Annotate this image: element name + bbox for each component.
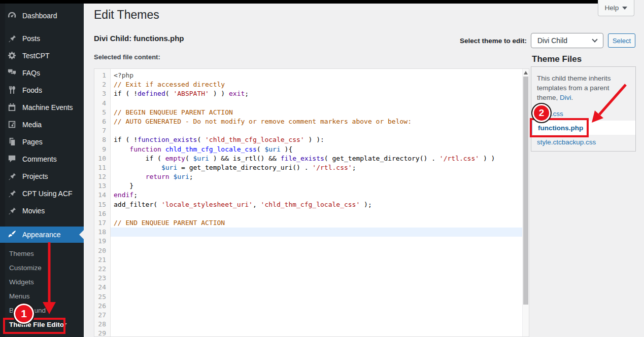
sidebar-item-movies[interactable]: Movies [0,202,84,219]
help-button[interactable]: Help [598,0,634,16]
line-number: 23 [94,274,111,283]
submenu-item-widgets[interactable]: Widgets [0,275,84,289]
line-number: 18 [94,228,111,237]
code-line-4[interactable]: 4 [94,99,522,108]
code-line-22[interactable]: 22 [94,265,522,274]
sidebar-item-label: Projects [22,172,48,180]
line-number: 22 [94,265,111,274]
code-line-24[interactable]: 24 [94,283,522,292]
step-1-badge: 1 [13,303,35,325]
sidebar-item-label: Pages [22,138,43,146]
scrollbar-up-arrow-icon[interactable] [524,71,528,74]
code-line-8[interactable]: 8if ( !function_exists( 'chld_thm_cfg_lo… [94,135,522,144]
code-line-18[interactable]: 18 [94,228,522,237]
code-line-21[interactable]: 21 [94,255,522,265]
code-line-6[interactable]: 6// AUTO GENERATED - Do not modify or re… [94,117,522,126]
sidebar-item-cpt-using-acf[interactable]: CPT Using ACF [0,185,84,202]
pin-icon [7,33,17,44]
code-line-7[interactable]: 7 [94,126,522,135]
scrollbar-thumb[interactable] [523,77,528,305]
current-item-arrow-icon [79,230,84,239]
dashboard-icon [7,11,17,21]
sidebar-item-media[interactable]: Media [0,116,84,133]
select-theme-label: Select theme to edit: [436,37,527,45]
sidebar-item-comments[interactable]: Comments [0,151,84,168]
line-number: 13 [94,181,111,191]
sidebar-item-dashboard[interactable]: Dashboard [0,7,84,24]
line-content: add_filter( 'locale_stylesheet_uri', 'ch… [111,200,522,209]
code-line-27[interactable]: 27 [94,311,522,320]
code-line-23[interactable]: 23 [94,274,522,283]
code-line-3[interactable]: 3if ( !defined( 'ABSPATH' ) ) exit; [94,89,522,98]
calendar-icon [7,102,17,113]
line-number: 29 [94,329,111,337]
code-line-25[interactable]: 25 [94,292,522,302]
sidebar-item-projects[interactable]: Projects [0,168,84,185]
sidebar-item-appearance[interactable]: Appearance [0,227,84,243]
pin-icon [7,171,17,181]
code-line-20[interactable]: 20 [94,246,522,255]
line-content [111,246,522,255]
code-line-13[interactable]: 13 } [94,181,522,191]
line-number: 21 [94,255,111,265]
submenu-item-themes[interactable]: Themes [0,247,84,261]
code-line-14[interactable]: 14endif; [94,191,522,200]
sidebar-item-label: Movies [22,207,45,215]
code-line-10[interactable]: 10 if ( empty( $uri ) && is_rtl() && fil… [94,154,522,163]
theme-select-dropdown[interactable]: Divi Child [531,33,603,48]
line-content: if ( !function_exists( 'chld_thm_cfg_loc… [111,135,522,144]
sidebar-item-posts[interactable]: Posts [0,30,84,47]
line-content: if ( !defined( 'ABSPATH' ) ) exit; [111,89,522,98]
sidebar-item-label: Appearance [22,231,61,239]
code-line-11[interactable]: 11 $uri = get_template_directory_uri() .… [94,163,522,172]
select-theme-button[interactable]: Select [608,33,635,48]
sidebar-item-pages[interactable]: Pages [0,133,84,151]
utensils-icon [7,85,17,95]
theme-file-link[interactable]: style.ctcbackup.css [537,138,596,146]
code-line-2[interactable]: 2// Exit if accessed directly [94,80,522,89]
line-number: 5 [94,108,111,117]
code-line-17[interactable]: 17// END ENQUEUE PARENT ACTION [94,218,522,228]
sidebar-item-label: TestCPT [22,52,50,60]
sidebar-item-machine-events[interactable]: Machine Events [0,99,84,116]
code-line-5[interactable]: 5// BEGIN ENQUEUE PARENT ACTION [94,108,522,117]
line-number: 24 [94,283,111,292]
code-line-12[interactable]: 12 return $uri; [94,172,522,181]
chat-bubbles-icon [7,68,17,78]
line-number: 6 [94,117,111,126]
line-number: 17 [94,218,111,228]
line-number: 11 [94,163,111,172]
code-line-29[interactable]: 29 [94,329,522,337]
editor-scrollbar[interactable] [522,69,529,336]
code-line-28[interactable]: 28 [94,320,522,329]
line-content [111,255,522,265]
line-content [111,228,522,237]
parent-theme-link[interactable]: Divi [560,94,571,101]
selected-file-content-label: Selected file content: [94,53,160,61]
submenu-item-menus[interactable]: Menus [0,289,84,304]
line-content: // Exit if accessed directly [111,80,522,89]
line-content [111,292,522,302]
select-chevron-icon [592,36,597,42]
submenu-item-customize[interactable]: Customize [0,261,84,275]
line-number: 15 [94,200,111,209]
theme-files-heading: Theme Files [532,54,582,64]
line-content [111,274,522,283]
step-2-number: 2 [539,107,545,119]
code-line-15[interactable]: 15add_filter( 'locale_stylesheet_uri', '… [94,200,522,209]
sidebar-item-foods[interactable]: Foods [0,82,84,99]
sidebar-item-testcpt[interactable]: TestCPT [0,47,84,64]
code-editor[interactable]: 1<?php2// Exit if accessed directly3if (… [94,68,529,337]
wordpress-admin-page: DashboardPostsTestCPTFAQsFoodsMachine Ev… [0,0,644,337]
code-line-16[interactable]: 16 [94,209,522,218]
code-lines: 1<?php2// Exit if accessed directly3if (… [94,71,522,337]
line-number: 4 [94,99,111,108]
code-line-19[interactable]: 19 [94,237,522,246]
sidebar-item-label: Dashboard [22,12,57,20]
line-content: // END ENQUEUE PARENT ACTION [111,218,522,228]
sidebar-item-faqs[interactable]: FAQs [0,64,84,82]
code-line-1[interactable]: 1<?php [94,71,522,80]
code-line-26[interactable]: 26 [94,302,522,311]
code-line-9[interactable]: 9 function chld_thm_cfg_locale_css( $uri… [94,145,522,154]
line-content [111,126,522,135]
